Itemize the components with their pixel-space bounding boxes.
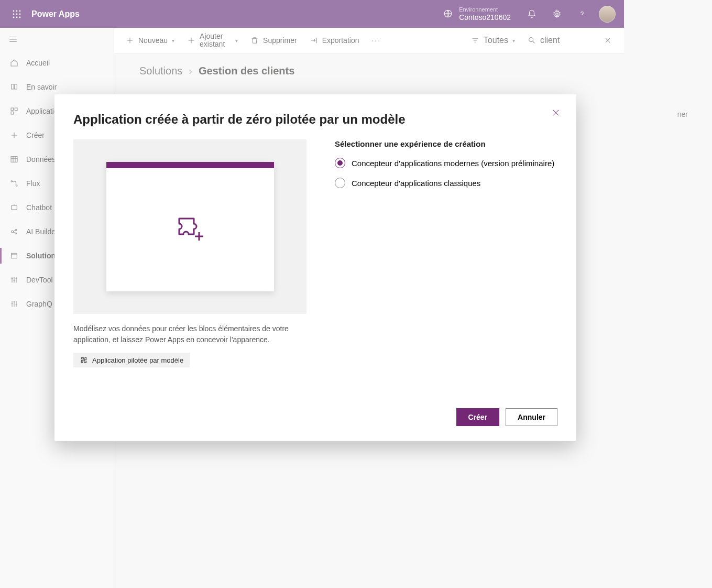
clear-search-icon[interactable]: [598, 37, 618, 44]
home-icon: [9, 58, 19, 68]
modal-description: Modélisez vos données pour créer les blo…: [73, 323, 306, 345]
svg-point-15: [11, 181, 13, 182]
puzzle-plus-icon: [173, 211, 207, 243]
create-button[interactable]: Créer: [456, 408, 500, 426]
chevron-down-icon: ▾: [512, 38, 515, 43]
tools-icon: [9, 275, 19, 285]
cmd-add-existing[interactable]: Ajouter existant▾: [182, 28, 243, 53]
cmd-label: Nouveau: [138, 36, 168, 45]
graph-icon: [9, 299, 19, 309]
nav-label: Créer: [26, 131, 45, 139]
svg-point-8: [19, 16, 21, 18]
nav-label: Flux: [26, 179, 40, 188]
ai-icon: [9, 227, 19, 236]
apps-icon: [9, 106, 19, 116]
top-bar: Power Apps Environnement Contoso210602: [0, 0, 624, 28]
plus-icon: [126, 36, 134, 45]
modal-title: Application créée à partir de zéro pilot…: [73, 112, 557, 127]
table-icon: [9, 155, 19, 164]
nav-label: AI Builder: [26, 227, 58, 236]
chevron-down-icon: ▾: [235, 38, 238, 43]
breadcrumb-current: Gestion des clients: [199, 65, 294, 77]
svg-point-1: [16, 10, 18, 12]
filter-icon: [471, 36, 479, 45]
filter-all[interactable]: Toutes▾: [466, 36, 520, 45]
cmd-export[interactable]: Exportation: [304, 28, 365, 53]
svg-rect-11: [11, 108, 14, 111]
svg-point-0: [13, 10, 15, 12]
svg-point-4: [16, 13, 18, 15]
app-title: Power Apps: [31, 9, 80, 19]
svg-point-19: [15, 229, 17, 231]
user-avatar[interactable]: [599, 6, 616, 23]
book-icon: [9, 82, 19, 92]
notifications-icon[interactable]: [519, 0, 544, 28]
nav-home[interactable]: Accueil: [0, 51, 114, 75]
cmd-delete[interactable]: Supprimer: [245, 28, 302, 53]
cmd-label: Ajouter existant: [200, 32, 231, 49]
svg-rect-21: [12, 253, 17, 258]
cmd-overflow[interactable]: ···: [366, 28, 386, 53]
svg-point-3: [13, 13, 15, 15]
svg-rect-14: [11, 157, 17, 162]
puzzle-icon: [80, 356, 88, 364]
nav-label: GraphQ: [26, 300, 52, 308]
more-icon: ···: [371, 36, 381, 45]
nav-label: DevTool: [26, 276, 53, 284]
svg-point-5: [19, 13, 21, 15]
cancel-button[interactable]: Annuler: [506, 408, 557, 426]
chatbot-icon: [9, 203, 19, 212]
cmd-new[interactable]: Nouveau▾: [121, 28, 180, 53]
tag-label: Application pilotée par modèle: [92, 356, 183, 364]
env-label: Environnement: [459, 6, 511, 13]
search-icon: [528, 36, 536, 45]
radio-selected-icon: [335, 158, 345, 168]
search-box[interactable]: client: [522, 36, 596, 45]
breadcrumb: Solutions › Gestion des clients: [139, 65, 599, 77]
radio-label: Concepteur d'applications modernes (vers…: [352, 159, 554, 168]
app-type-tag: Application pilotée par modèle: [73, 353, 190, 367]
svg-point-10: [556, 13, 558, 15]
radio-modern-designer[interactable]: Concepteur d'applications modernes (vers…: [335, 158, 557, 168]
flow-icon: [9, 179, 19, 188]
help-icon[interactable]: [569, 0, 595, 28]
svg-point-18: [12, 231, 14, 233]
cmd-label: Exportation: [322, 36, 359, 45]
options-heading: Sélectionner une expérience de création: [335, 139, 557, 148]
create-app-modal: Application créée à partir de zéro pilot…: [54, 94, 576, 441]
svg-point-7: [16, 16, 18, 18]
export-icon: [310, 36, 318, 45]
command-bar: Nouveau▾ Ajouter existant▾ Supprimer Exp…: [114, 28, 624, 53]
environment-picker[interactable]: Environnement Contoso210602: [435, 6, 519, 22]
solutions-icon: [9, 251, 19, 260]
svg-point-22: [529, 38, 533, 42]
radio-label: Concepteur d'applications classiques: [352, 179, 480, 188]
settings-icon[interactable]: [544, 0, 569, 28]
plus-icon: [187, 36, 195, 45]
svg-rect-12: [15, 108, 17, 111]
search-value: client: [540, 36, 560, 45]
svg-rect-13: [11, 112, 14, 114]
preview-card: [73, 139, 306, 314]
filter-label: Toutes: [484, 36, 508, 45]
cmd-label: Supprimer: [263, 36, 297, 45]
svg-point-2: [19, 10, 21, 12]
nav-label: Chatbot: [26, 203, 52, 212]
radio-classic-designer[interactable]: Concepteur d'applications classiques: [335, 178, 557, 188]
nav-label: En savoir: [26, 83, 57, 91]
breadcrumb-sep: ›: [189, 65, 192, 77]
chevron-down-icon: ▾: [172, 38, 174, 43]
svg-point-16: [16, 185, 17, 187]
truncated-text: ner: [677, 110, 688, 118]
nav-collapse-button[interactable]: [0, 28, 114, 51]
svg-rect-17: [12, 205, 17, 210]
app-launcher-icon[interactable]: [4, 0, 29, 28]
env-name: Contoso210602: [459, 13, 511, 22]
radio-unselected-icon: [335, 178, 345, 188]
breadcrumb-area: Solutions › Gestion des clients: [114, 53, 624, 89]
breadcrumb-root[interactable]: Solutions: [139, 65, 182, 77]
delete-icon: [250, 36, 259, 45]
modal-close-button[interactable]: [548, 105, 564, 121]
nav-label: Accueil: [26, 59, 50, 67]
plus-icon: [9, 130, 19, 140]
